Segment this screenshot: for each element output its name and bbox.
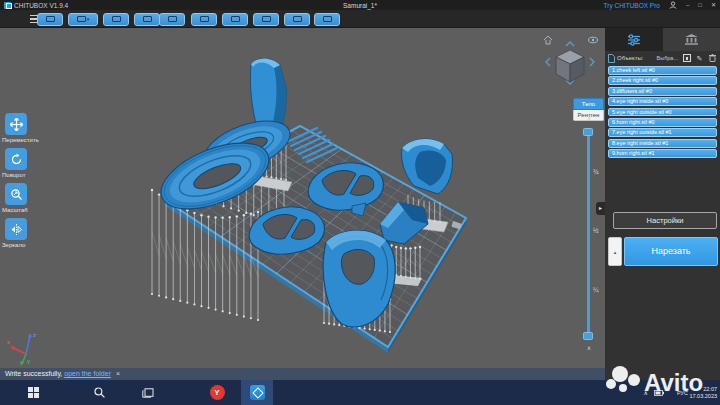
start-button[interactable] xyxy=(22,380,44,405)
chitubox-taskbar-button[interactable] xyxy=(241,380,273,405)
object-list: 1.cheek left.stl #02.cheek right.stl #03… xyxy=(605,65,720,161)
maximize-button[interactable]: □ xyxy=(698,0,702,10)
save-file-icon xyxy=(77,16,86,22)
status-bar: Write successfully, open the folder × xyxy=(0,368,605,380)
status-close-icon[interactable]: × xyxy=(116,370,120,377)
slider-label: ¾ xyxy=(593,168,598,175)
object-list-item[interactable]: 3.diffusers.stl #0 xyxy=(608,87,717,96)
save-file-button[interactable]: ▾ xyxy=(68,13,98,26)
slider-step-up-icon[interactable]: ∧ xyxy=(584,344,594,351)
axis-indicator: z x y xyxy=(6,328,50,366)
slider-step-down-icon[interactable]: ∨ xyxy=(584,114,594,121)
clone-model-icon xyxy=(143,16,152,22)
object-list-item[interactable]: 2.cheek right.stl #0 xyxy=(608,76,717,85)
windows-taskbar: Y ∧ РУС 22:07 17.03.2023 xyxy=(0,380,720,405)
dig-hole-button[interactable] xyxy=(222,13,248,26)
axis-z-label: z xyxy=(33,332,36,338)
minimize-button[interactable]: – xyxy=(686,0,689,10)
account-icon[interactable] xyxy=(669,1,677,9)
settings-button[interactable]: Настройки xyxy=(613,212,717,229)
tab-print-settings[interactable] xyxy=(605,28,663,51)
object-list-item[interactable]: 9.horn right.stl #1 xyxy=(608,149,717,158)
build-plate-scene[interactable] xyxy=(0,28,605,368)
right-panel-tabs xyxy=(605,28,720,51)
open-file-icon xyxy=(46,16,55,22)
chitubox-app-icon xyxy=(250,385,265,400)
dig-hole-icon xyxy=(231,16,240,22)
hollow-model-icon xyxy=(200,16,209,22)
scale-icon xyxy=(10,188,23,201)
axis-x-label: x xyxy=(7,339,10,345)
search-icon xyxy=(94,387,105,398)
sliders-gear-icon xyxy=(627,34,641,46)
delete-object-button[interactable] xyxy=(708,54,717,63)
tab-resin-library[interactable] xyxy=(663,28,720,51)
close-button[interactable]: ✕ xyxy=(711,0,716,10)
scale-tool-button[interactable] xyxy=(5,183,27,205)
windows-logo-icon xyxy=(28,387,39,398)
delete-model-button[interactable] xyxy=(103,13,129,26)
move-tool-button[interactable] xyxy=(5,113,27,135)
title-bar: CHITUBOX V1.9.4 Samurai_1* Try CHITUBOX … xyxy=(0,0,720,10)
visibility-eye-icon[interactable] xyxy=(589,37,598,43)
split-model-icon xyxy=(293,16,302,22)
navigation-cube[interactable] xyxy=(534,30,605,88)
object-list-item[interactable]: 8.eye right inside.stl #1 xyxy=(608,139,717,148)
panel-collapse-arrow[interactable]: ▸ xyxy=(596,202,605,215)
object-list-item[interactable]: 7.eye right outside.stl #1 xyxy=(608,128,717,137)
task-view-icon xyxy=(142,388,154,398)
select-all-button[interactable] xyxy=(682,54,691,63)
object-list-item[interactable]: 4.eye right inside.stl #0 xyxy=(608,97,717,106)
repair-model-button[interactable] xyxy=(314,13,340,26)
tray-chevron-icon[interactable]: ∧ xyxy=(644,389,648,396)
auto-arrange-button[interactable] xyxy=(253,13,279,26)
slider-track[interactable] xyxy=(587,128,590,340)
hollow-model-button[interactable] xyxy=(191,13,217,26)
tray-date: 17.03.2023 xyxy=(681,393,717,400)
trash-icon xyxy=(709,54,716,62)
object-list-item[interactable]: 6.horn right.stl #0 xyxy=(608,118,717,127)
auto-arrange-icon xyxy=(262,16,271,22)
yandex-icon: Y xyxy=(210,385,225,400)
taskbar-search-button[interactable] xyxy=(88,380,110,405)
status-message: Write successfully, xyxy=(5,370,62,377)
battery-icon[interactable] xyxy=(654,390,664,396)
main-toolbar: ▾ xyxy=(0,10,720,28)
try-pro-link[interactable]: Try CHITUBOX Pro xyxy=(604,2,660,9)
split-model-button[interactable] xyxy=(284,13,310,26)
slider-handle-bottom[interactable] xyxy=(583,332,593,340)
copy-model-icon xyxy=(168,16,177,22)
view-cube[interactable] xyxy=(556,50,584,82)
clone-model-button[interactable] xyxy=(134,13,160,26)
view-mode-body[interactable]: Тело xyxy=(573,98,604,110)
move-tool-label: Переместить xyxy=(2,137,56,143)
mirror-tool-button[interactable] xyxy=(5,218,27,240)
home-view-icon[interactable] xyxy=(544,36,552,44)
yandex-browser-button[interactable]: Y xyxy=(205,380,229,405)
right-panel: Объекты: Выбра... ✎ 1.cheek left.stl #02… xyxy=(605,28,720,380)
open-folder-link[interactable]: open the folder xyxy=(64,370,111,377)
object-list-item[interactable]: 5.eye right outside.stl #0 xyxy=(608,108,717,117)
select-all-label[interactable]: Выбра... xyxy=(657,55,678,61)
clock[interactable]: 22:07 17.03.2023 xyxy=(681,386,717,399)
task-view-button[interactable] xyxy=(137,380,159,405)
bank-building-icon xyxy=(685,34,698,45)
slider-label: ¼ xyxy=(593,286,598,293)
rotate-icon xyxy=(10,153,23,166)
rotate-tool-button[interactable] xyxy=(5,148,27,170)
slider-label: ½ xyxy=(593,227,598,234)
delete-model-icon xyxy=(112,16,121,22)
open-file-button[interactable] xyxy=(37,13,63,26)
slice-options-expander[interactable]: ▴ xyxy=(608,237,622,266)
slice-button[interactable]: Нарезать xyxy=(624,237,718,266)
slider-handle-top[interactable] xyxy=(583,128,593,136)
objects-label: Объекты: xyxy=(617,55,643,61)
rename-button[interactable]: ✎ xyxy=(695,54,704,63)
viewport-3d[interactable]: Переместить Поворот Масштаб Зеркало xyxy=(0,28,605,368)
document-icon xyxy=(608,54,615,63)
copy-model-button[interactable] xyxy=(159,13,185,26)
object-list-item[interactable]: 1.cheek left.stl #0 xyxy=(608,66,717,75)
rotate-tool-label: Поворот xyxy=(2,172,56,178)
scale-tool-label: Масштаб xyxy=(2,207,56,213)
objects-header: Объекты: Выбра... ✎ xyxy=(605,51,720,65)
